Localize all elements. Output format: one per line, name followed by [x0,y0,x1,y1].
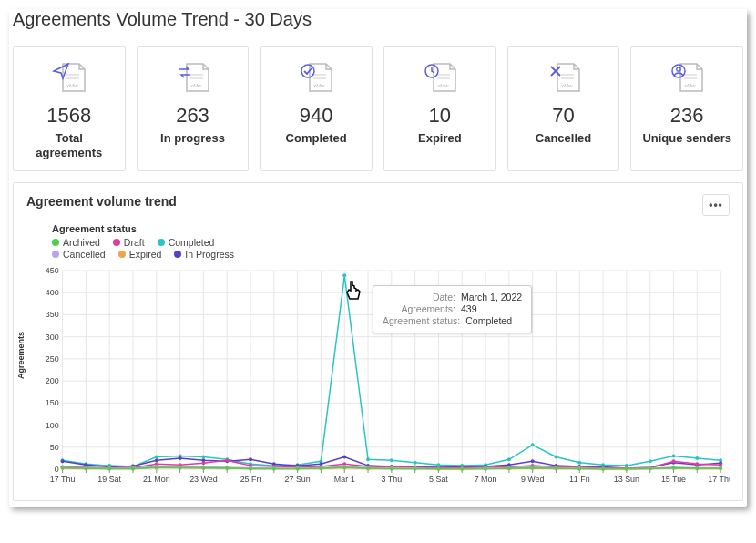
data-point[interactable] [484,467,487,471]
svg-text:7 Mon: 7 Mon [475,475,497,484]
kpi-card-5: xMw 236 Unique senders [630,46,743,171]
data-point[interactable] [225,466,229,470]
data-point[interactable] [577,461,581,465]
user-icon: xMw [666,60,708,95]
svg-text:xMw: xMw [189,83,202,88]
legend-item-completed[interactable]: Completed [158,237,215,248]
kpi-label: Completed [268,131,364,146]
kpi-card-3: xMw 10 Expired [383,46,496,171]
data-point[interactable] [414,467,417,471]
data-point[interactable] [672,455,676,458]
data-point[interactable] [342,456,346,459]
chart-plot: Agreements 050100150200250300350400450 1… [26,265,730,493]
svg-text:300: 300 [46,333,59,342]
data-point[interactable] [131,467,135,471]
data-point[interactable] [179,456,182,460]
kpi-value: 10 [392,104,488,128]
svg-text:25 Fri: 25 Fri [240,475,261,484]
data-point[interactable] [554,456,557,459]
data-point[interactable] [436,467,440,471]
data-point[interactable] [155,466,158,469]
data-point[interactable] [272,467,276,471]
data-point[interactable] [249,467,252,471]
data-point[interactable] [625,467,628,471]
data-point[interactable] [695,462,699,466]
data-point[interactable] [342,274,346,278]
legend-dot [118,251,126,258]
data-point[interactable] [531,466,535,470]
data-point[interactable] [61,459,65,463]
svg-text:11 Fri: 11 Fri [569,475,590,484]
y-axis-label: Agreements [16,332,26,379]
data-point[interactable] [201,461,205,465]
data-point[interactable] [84,466,87,470]
page-title: Agreements Volume Trend - 30 Days [9,9,747,30]
legend-item-cancelled[interactable]: Cancelled [52,249,106,260]
legend-label: Draft [124,237,145,248]
kpi-label: Total agreements [21,131,117,159]
data-point[interactable] [695,456,699,460]
data-point[interactable] [672,466,676,470]
data-point[interactable] [179,466,182,470]
kpi-card-2: xMw 940 Completed [260,46,373,171]
legend-title: Agreement status [52,223,730,234]
data-point[interactable] [672,459,676,463]
data-point[interactable] [531,444,535,447]
legend-item-draft[interactable]: Draft [113,237,145,248]
data-point[interactable] [577,467,581,471]
legend-item-archived[interactable]: Archived [52,237,100,248]
legend-item-expired[interactable]: Expired [118,249,162,260]
svg-text:xMw: xMw [66,83,78,88]
kpi-label: Expired [392,131,488,146]
svg-text:15 Tue: 15 Tue [661,475,686,484]
chart-title: Agreement volume trend [26,194,177,209]
data-point[interactable] [719,466,722,470]
data-point[interactable] [507,466,511,470]
data-point[interactable] [554,466,557,470]
data-point[interactable] [225,458,229,462]
svg-text:100: 100 [46,421,59,430]
data-point[interactable] [155,458,158,462]
svg-text:250: 250 [46,354,59,364]
data-point[interactable] [366,458,370,462]
more-button[interactable]: ••• [702,194,730,216]
kpi-value: 70 [516,104,612,128]
data-point[interactable] [155,456,158,459]
data-point[interactable] [390,467,393,471]
kpi-value: 263 [145,104,241,128]
kpi-value: 1568 [21,104,117,128]
kpi-card-4: xMw 70 Cancelled [507,46,620,171]
data-point[interactable] [649,459,652,463]
data-point[interactable] [601,467,605,471]
legend-label: In Progress [185,249,234,260]
data-point[interactable] [390,458,393,462]
data-point[interactable] [201,456,205,459]
data-point[interactable] [342,466,346,469]
data-point[interactable] [201,466,205,470]
data-point[interactable] [319,466,322,470]
svg-text:Mar 1: Mar 1 [334,475,355,484]
svg-text:23 Wed: 23 Wed [189,475,218,484]
legend-item-in-progress[interactable]: In Progress [174,249,234,260]
data-point[interactable] [296,467,300,471]
svg-text:9 Wed: 9 Wed [521,475,545,484]
data-point[interactable] [249,458,252,462]
data-point[interactable] [107,467,111,471]
svg-text:150: 150 [46,398,59,407]
svg-text:xMw: xMw [436,83,449,88]
kpi-value: 940 [268,104,364,128]
data-point[interactable] [649,467,652,471]
svg-text:17 Thu: 17 Thu [708,475,730,484]
data-point[interactable] [414,461,417,465]
svg-text:xMw: xMw [312,83,325,88]
svg-text:50: 50 [50,443,59,452]
data-point[interactable] [366,466,370,470]
kpi-card-1: xMw 263 In progress [137,46,250,171]
svg-text:17 Thu: 17 Thu [50,475,76,484]
data-point[interactable] [507,458,511,462]
data-point[interactable] [695,466,699,470]
data-point[interactable] [460,467,464,471]
data-point[interactable] [531,459,535,463]
data-point[interactable] [61,466,65,470]
legend-label: Completed [169,237,215,248]
